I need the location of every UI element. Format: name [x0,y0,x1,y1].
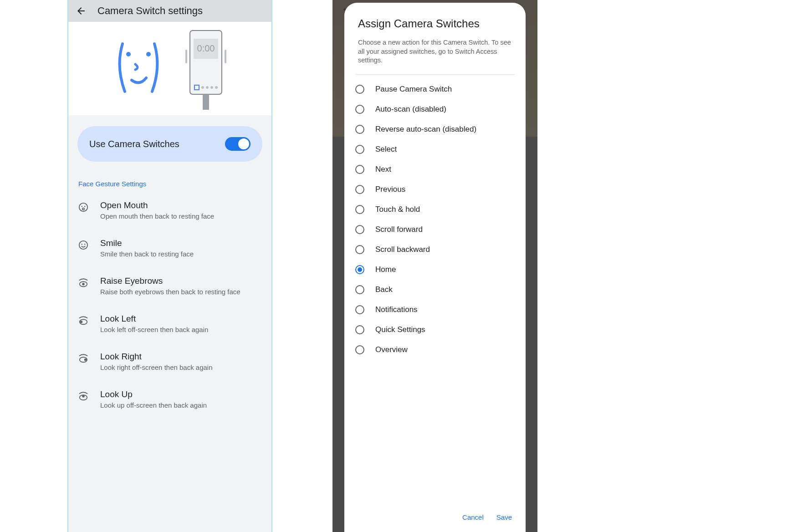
radio-icon [355,265,364,274]
look-right-icon [78,353,88,363]
look-left-icon [78,316,88,326]
radio-icon [355,85,364,94]
radio-option-scroll-backward[interactable]: Scroll backward [344,240,526,260]
gesture-item-open-mouth[interactable]: Open MouthOpen mouth then back to restin… [68,191,271,229]
header-bar: Camera Switch settings [68,0,271,22]
radio-label: Pause Camera Switch [375,85,452,94]
page-title: Camera Switch settings [97,5,203,17]
assign-dialog-screen: ← Assign Camera Switches Choose a new ac… [332,0,537,532]
gesture-item-look-right[interactable]: Look RightLook right off-screen then bac… [68,343,271,380]
radio-option-reverse-auto-scan-disabled-[interactable]: Reverse auto-scan (disabled) [344,119,526,139]
save-button[interactable]: Save [496,513,512,521]
dialog-title: Assign Camera Switches [344,17,526,38]
radio-option-scroll-forward[interactable]: Scroll forward [344,220,526,240]
dialog-description: Choose a new action for this Camera Swit… [344,38,526,74]
illustration-panel: 0:00 [68,22,271,115]
svg-point-1 [146,52,151,56]
svg-point-11 [215,86,218,89]
svg-rect-12 [203,94,209,110]
use-camera-switches-switch[interactable] [225,137,251,151]
radio-label: Quick Settings [375,325,425,334]
gesture-description: Look up off-screen then back again [100,401,261,409]
radio-icon [355,125,364,134]
radio-label: Touch & hold [375,205,420,214]
radio-label: Scroll forward [375,225,423,234]
radio-label: Overview [375,345,408,354]
radio-icon [355,325,364,334]
radio-label: Scroll backward [375,245,430,254]
svg-text:0:00: 0:00 [197,43,215,53]
radio-option-back[interactable]: Back [344,280,526,300]
radio-option-touch-hold[interactable]: Touch & hold [344,200,526,220]
radio-option-previous[interactable]: Previous [344,179,526,200]
radio-icon [355,345,364,354]
radio-icon [355,105,364,114]
gesture-title: Look Up [100,389,261,399]
radio-icon [355,285,364,294]
radio-label: Previous [375,185,405,194]
radio-option-pause-camera-switch[interactable]: Pause Camera Switch [344,79,526,99]
gesture-description: Open mouth then back to resting face [100,212,261,220]
gesture-description: Raise both eyebrows then back to resting… [100,288,261,296]
assign-dialog: Assign Camera Switches Choose a new acti… [344,3,526,532]
radio-icon [355,225,364,234]
settings-screen: Camera Switch settings 0:00 Use Camera S… [67,0,272,532]
svg-point-14 [82,206,82,207]
radio-label: Reverse auto-scan (disabled) [375,125,476,134]
look-up-icon [78,391,88,401]
cancel-button[interactable]: Cancel [462,513,484,521]
radio-icon [355,305,364,314]
svg-point-21 [82,283,85,286]
radio-option-overview[interactable]: Overview [344,340,526,360]
svg-point-9 [206,86,209,89]
radio-label: Home [375,265,396,274]
dialog-actions: Cancel Save [344,504,526,532]
svg-point-19 [84,244,85,245]
svg-point-18 [82,244,82,245]
radio-icon [355,245,364,254]
gesture-item-look-left[interactable]: Look LeftLook left off-screen then back … [68,305,271,343]
svg-point-0 [126,52,131,56]
radio-icon [355,205,364,214]
radio-icon [355,165,364,174]
open-mouth-icon [78,202,88,212]
gesture-description: Look left off-screen then back again [100,326,261,333]
radio-icon [355,145,364,154]
radio-option-auto-scan-disabled-[interactable]: Auto-scan (disabled) [344,99,526,119]
gesture-title: Raise Eyebrows [100,276,261,286]
svg-point-8 [201,86,204,89]
svg-point-23 [80,321,83,323]
face-gesture-section-label: Face Gesture Settings [68,173,271,191]
face-icon [113,37,164,101]
gesture-description: Look right off-screen then back again [100,363,261,371]
radio-option-home[interactable]: Home [344,260,526,280]
svg-rect-6 [225,50,226,63]
gesture-title: Open Mouth [100,200,261,210]
radio-label: Auto-scan (disabled) [375,105,446,114]
phone-stand-icon: 0:00 [185,28,226,110]
radio-option-quick-settings[interactable]: Quick Settings [344,320,526,340]
back-arrow-icon[interactable] [76,5,87,16]
gesture-title: Smile [100,238,261,248]
svg-point-25 [84,358,87,361]
radio-option-next[interactable]: Next [344,159,526,179]
radio-icon [355,185,364,194]
svg-point-15 [84,206,85,207]
raise-eyebrows-icon [78,278,88,288]
radio-label: Notifications [375,305,418,314]
radio-option-select[interactable]: Select [344,139,526,159]
svg-point-16 [82,208,84,210]
use-camera-switches-label: Use Camera Switches [89,139,179,149]
svg-rect-5 [185,50,187,63]
radio-option-list: Pause Camera SwitchAuto-scan (disabled)R… [344,75,526,504]
gesture-item-smile[interactable]: SmileSmile then back to resting face [68,229,271,267]
gesture-item-look-up[interactable]: Look UpLook up off-screen then back agai… [68,380,271,418]
gesture-item-raise-eyebrows[interactable]: Raise EyebrowsRaise both eyebrows then b… [68,267,271,305]
radio-label: Back [375,285,393,294]
radio-option-notifications[interactable]: Notifications [344,300,526,320]
svg-point-27 [82,395,85,398]
smile-icon [78,240,88,250]
gesture-title: Look Left [100,314,261,324]
svg-point-10 [210,86,213,89]
use-camera-switches-toggle-card[interactable]: Use Camera Switches [77,126,262,162]
